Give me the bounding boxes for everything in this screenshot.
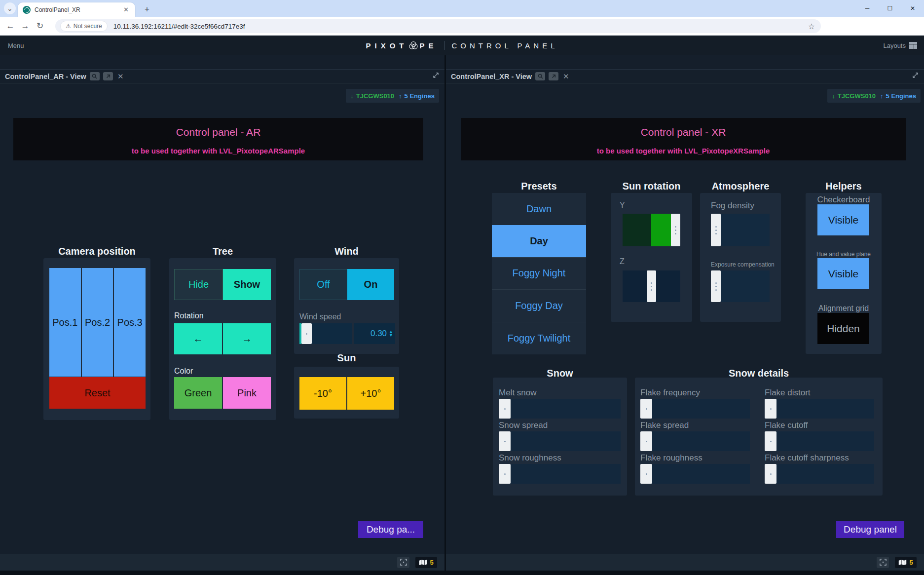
hue-value-plane-toggle-button[interactable]: Visible — [817, 258, 869, 289]
panel-ar-close-icon[interactable]: ✕ — [117, 72, 124, 81]
color-pink-button[interactable]: Pink — [223, 377, 271, 409]
fog-slider-handle[interactable] — [711, 214, 721, 246]
tree-show-button[interactable]: Show — [223, 269, 271, 300]
address-bar[interactable]: ⚠ Not secure 10.11.36.192:16211/#edit-32… — [55, 19, 821, 33]
not-secure-chip[interactable]: ⚠ Not secure — [60, 21, 108, 32]
panel-ar-expand-icon[interactable] — [432, 72, 440, 81]
color-green-button[interactable]: Green — [174, 377, 222, 409]
flake-distort-handle[interactable] — [765, 399, 776, 419]
flake-roughness-handle[interactable] — [640, 464, 652, 484]
logo-divider — [444, 41, 445, 50]
flake-frequency-slider[interactable] — [640, 399, 750, 419]
camera-pos1-button[interactable]: Pos.1 — [49, 268, 81, 377]
snow-details-card: Flake frequency Flake spread Flake rough… — [635, 378, 883, 496]
camera-pos3-button[interactable]: Pos.3 — [114, 268, 146, 377]
sun-rotation-heading: Sun rotation — [611, 181, 692, 192]
tree-hide-button[interactable]: Hide — [174, 269, 223, 300]
back-icon[interactable]: ← — [3, 21, 18, 31]
preset-dawn[interactable]: Dawn — [492, 193, 586, 225]
reload-icon[interactable]: ↻ — [33, 21, 47, 31]
new-tab-button[interactable]: + — [141, 3, 153, 15]
camera-pos2-button[interactable]: Pos.2 — [82, 268, 113, 377]
checkerboard-toggle-button[interactable]: Visible — [817, 204, 869, 235]
window-maximize-button[interactable]: ☐ — [879, 0, 901, 17]
panel-xr-close-icon[interactable]: ✕ — [563, 72, 569, 81]
tab-search-chevron-icon[interactable]: ⌄ — [4, 2, 16, 14]
y-slider-handle[interactable] — [671, 214, 680, 246]
snow-roughness-handle[interactable] — [499, 464, 511, 484]
panel-divider[interactable] — [444, 55, 446, 575]
snow-spread-slider[interactable] — [499, 431, 621, 451]
flake-spread-slider[interactable] — [640, 431, 750, 451]
fullscreen-icon[interactable] — [397, 557, 409, 568]
camera-reset-button[interactable]: Reset — [49, 377, 146, 409]
rotate-left-button[interactable]: ← — [174, 323, 222, 354]
debug-panel-button-ar[interactable]: Debug pa... — [358, 521, 423, 538]
map-badge[interactable]: 5 — [415, 557, 437, 568]
snow-spread-handle[interactable] — [499, 431, 511, 451]
flake-roughness-slider[interactable] — [640, 464, 750, 484]
panel-xr-popout-icon[interactable] — [549, 72, 558, 80]
exposure-slider[interactable] — [711, 270, 770, 302]
layouts-button[interactable]: Layouts — [883, 42, 917, 49]
url-text[interactable]: 10.11.36.192:16211/#edit-32ce5f66cd717e3… — [113, 23, 808, 30]
flake-spread-label: Flake spread — [640, 421, 689, 430]
wind-speed-spinner[interactable]: ▲▼ — [389, 330, 393, 337]
engine-host-label: TJCGWS010 — [838, 92, 876, 100]
forward-icon[interactable]: → — [18, 21, 33, 31]
flake-cutoff-sharpness-handle[interactable] — [765, 464, 776, 484]
y-slider-fill — [651, 214, 671, 246]
exposure-slider-handle[interactable] — [711, 270, 721, 302]
flake-spread-handle[interactable] — [640, 431, 652, 451]
y-slider-track — [623, 214, 651, 246]
flake-cutoff-handle[interactable] — [765, 431, 776, 451]
sun-rotation-z-slider[interactable] — [623, 270, 680, 302]
panel-xr-footer: 5 — [446, 554, 924, 571]
upload-arrow-icon: ↑ — [399, 92, 402, 100]
tab-close-icon[interactable]: ✕ — [122, 6, 130, 13]
alignment-grid-toggle-button[interactable]: Hidden — [817, 313, 869, 344]
window-close-button[interactable]: ✕ — [901, 0, 924, 17]
rotate-right-button[interactable]: → — [223, 323, 271, 354]
preset-foggy-twilight[interactable]: Foggy Twilight — [492, 322, 586, 354]
flake-frequency-handle[interactable] — [640, 399, 652, 419]
product-name: CONTROL PANEL — [452, 41, 558, 50]
sun-plus-button[interactable]: +10° — [347, 377, 394, 410]
panel-ar-search-icon[interactable] — [90, 72, 100, 80]
wind-on-button[interactable]: On — [347, 269, 394, 300]
wind-speed-input[interactable]: 0.30 ▲▼ — [354, 323, 395, 344]
spinner-down-icon[interactable]: ▼ — [389, 334, 393, 337]
debug-panel-button-xr[interactable]: Debug panel — [836, 521, 904, 538]
fog-density-slider[interactable] — [711, 214, 770, 246]
helpers-card: Checkerboard Visible Hue and value plane… — [806, 193, 882, 354]
fullscreen-icon[interactable] — [877, 557, 889, 568]
flake-cutoff-sharpness-slider[interactable] — [765, 464, 874, 484]
checkerboard-label: Checkerboard — [806, 195, 882, 205]
panel-xr-expand-icon[interactable] — [912, 72, 919, 81]
flake-cutoff-slider[interactable] — [765, 431, 874, 451]
preset-day-selected[interactable]: Day — [492, 225, 586, 257]
sun-buttons: -10° +10° — [299, 377, 394, 410]
map-badge[interactable]: 5 — [895, 557, 917, 568]
sun-card: -10° +10° — [294, 367, 399, 419]
browser-tab[interactable]: ControlPanel_XR ✕ — [18, 2, 135, 17]
preset-foggy-day[interactable]: Foggy Day — [492, 289, 586, 322]
wind-slider-handle[interactable] — [301, 323, 312, 344]
melt-snow-slider[interactable] — [499, 399, 621, 419]
panel-xr-tabbar: ControlPanel_XR - View ✕ — [446, 69, 924, 83]
flake-spread-track — [652, 431, 750, 451]
panel-xr-search-icon[interactable] — [535, 72, 545, 80]
bookmark-star-icon[interactable]: ☆ — [808, 22, 815, 31]
sun-rotation-y-slider[interactable] — [623, 214, 680, 246]
melt-snow-handle[interactable] — [499, 399, 511, 419]
panel-ar-popout-icon[interactable] — [103, 72, 113, 80]
sun-minus-button[interactable]: -10° — [299, 377, 346, 410]
wind-speed-slider[interactable] — [299, 323, 352, 344]
z-slider-handle[interactable] — [647, 270, 656, 302]
flake-distort-slider[interactable] — [765, 399, 874, 419]
wind-speed-value[interactable]: 0.30 — [370, 329, 387, 339]
preset-foggy-night[interactable]: Foggy Night — [492, 257, 586, 290]
wind-off-button[interactable]: Off — [299, 269, 347, 300]
window-minimize-button[interactable]: ─ — [856, 0, 879, 17]
snow-roughness-slider[interactable] — [499, 464, 621, 484]
